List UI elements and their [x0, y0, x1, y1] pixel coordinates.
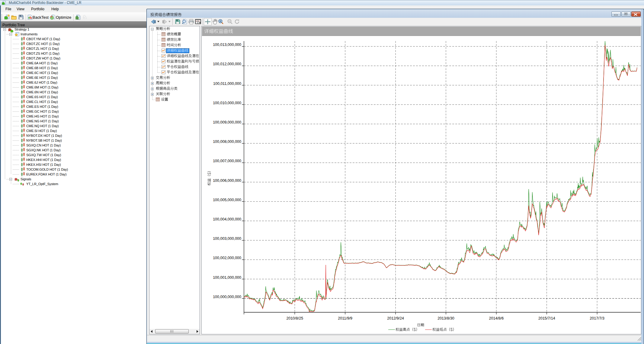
svg-text:2017/7/3: 2017/7/3 [590, 316, 604, 320]
svg-text:2012/9/24: 2012/9/24 [387, 316, 404, 320]
svg-text:100,010,000,000: 100,010,000,000 [213, 101, 241, 105]
svg-text:2010/8/25: 2010/8/25 [286, 316, 303, 320]
svg-text:100,009,000,000: 100,009,000,000 [213, 120, 241, 124]
svg-text:100,012,000,000: 100,012,000,000 [213, 62, 241, 66]
svg-text:100,001,000,000: 100,001,000,000 [213, 275, 241, 280]
svg-text:100,008,000,000: 100,008,000,000 [213, 140, 241, 144]
svg-text:100,005,000,000: 100,005,000,000 [213, 198, 241, 202]
svg-text:100,006,000,000: 100,006,000,000 [213, 178, 241, 183]
svg-text:100,000,000,000: 100,000,000,000 [213, 295, 241, 299]
svg-text:100,013,000,000: 100,013,000,000 [213, 43, 241, 47]
svg-text:2014/8/6: 2014/8/6 [489, 316, 504, 320]
svg-text:100,002,000,000: 100,002,000,000 [213, 256, 241, 260]
svg-text:2011/9/9: 2011/9/9 [338, 316, 352, 320]
svg-text:2015/7/14: 2015/7/14 [538, 316, 555, 320]
svg-text:2013/8/30: 2013/8/30 [437, 316, 454, 320]
svg-text:100,007,000,000: 100,007,000,000 [213, 159, 241, 163]
svg-text:100,011,000,000: 100,011,000,000 [213, 82, 241, 86]
svg-text:100,003,000,000: 100,003,000,000 [213, 236, 241, 241]
svg-text:100,004,000,000: 100,004,000,000 [213, 217, 241, 221]
